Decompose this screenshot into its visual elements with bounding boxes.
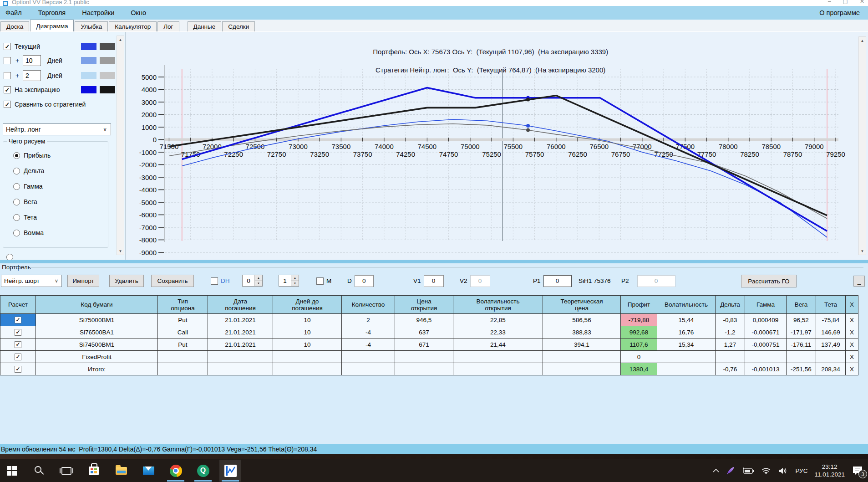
cell[interactable]: 10 bbox=[273, 338, 342, 351]
column-header[interactable]: Дата погашения bbox=[208, 296, 273, 314]
cell[interactable] bbox=[816, 351, 846, 363]
plus-2-days-checkbox[interactable] bbox=[4, 72, 11, 79]
spin-up-icon[interactable]: ▲ bbox=[291, 275, 299, 281]
expiration-checkbox[interactable] bbox=[4, 86, 11, 93]
v1-input[interactable] bbox=[424, 275, 444, 287]
column-header[interactable]: Тета bbox=[816, 296, 846, 314]
cell[interactable]: 96,52 bbox=[787, 314, 816, 326]
cell[interactable]: 388,83 bbox=[543, 326, 621, 338]
tab-trades[interactable]: Сделки bbox=[222, 21, 255, 31]
task-view-button[interactable] bbox=[56, 460, 77, 482]
radio-row-vega[interactable]: Вега bbox=[10, 198, 37, 205]
cell[interactable]: 208,34 bbox=[816, 363, 846, 375]
battery-tray-icon[interactable] bbox=[742, 467, 754, 474]
radio-row-theta[interactable]: Тета bbox=[10, 214, 37, 221]
radio-profit[interactable] bbox=[13, 152, 20, 159]
days2-strategy-color-swatch[interactable] bbox=[100, 72, 115, 79]
column-header[interactable]: X bbox=[846, 296, 858, 314]
cell[interactable] bbox=[745, 351, 787, 363]
cell[interactable]: -4 bbox=[342, 338, 395, 351]
cell[interactable] bbox=[395, 363, 453, 375]
portfolio-strategy-select[interactable]: Нейтр. шорт ∨ bbox=[1, 275, 62, 287]
plus-10-days-checkbox[interactable] bbox=[4, 57, 11, 64]
cell[interactable] bbox=[158, 351, 208, 363]
menu-about[interactable]: О программе bbox=[811, 6, 868, 20]
cell[interactable] bbox=[273, 351, 342, 363]
column-header[interactable]: Волатильность bbox=[657, 296, 716, 314]
cell[interactable]: 15,34 bbox=[657, 338, 716, 351]
action-center-button[interactable]: 3 bbox=[852, 466, 863, 476]
cell[interactable]: 21.01.2021 bbox=[208, 338, 273, 351]
chrome-button[interactable] bbox=[165, 460, 187, 482]
row-calc-checkbox[interactable] bbox=[15, 317, 21, 323]
volume-tray-icon[interactable] bbox=[778, 467, 788, 475]
column-header[interactable]: Гамма bbox=[745, 296, 787, 314]
cell[interactable]: Put bbox=[158, 314, 208, 326]
close-button[interactable]: ✕ bbox=[860, 0, 864, 5]
cell[interactable] bbox=[657, 351, 716, 363]
cell[interactable]: Si76500BA1 bbox=[36, 326, 158, 338]
days-input-2[interactable] bbox=[23, 70, 41, 81]
cell[interactable]: 22,85 bbox=[453, 314, 543, 326]
cell[interactable]: -0,000751 bbox=[745, 338, 787, 351]
spinner-arrows[interactable]: ▲▼ bbox=[291, 275, 299, 286]
profit-chart[interactable]: 500040003000200010000-1000-2000-3000-400… bbox=[126, 59, 854, 259]
expiration-strategy-color-swatch[interactable] bbox=[100, 86, 115, 93]
cell[interactable] bbox=[787, 351, 816, 363]
cell[interactable]: 10 bbox=[273, 326, 342, 338]
radio-row-profit[interactable]: Прибыль bbox=[10, 152, 51, 159]
cell[interactable] bbox=[543, 351, 621, 363]
row-calc-cell[interactable] bbox=[0, 314, 36, 326]
tab-data[interactable]: Данные bbox=[188, 21, 222, 31]
cell[interactable] bbox=[342, 363, 395, 375]
column-header[interactable]: Тип опциона bbox=[158, 296, 208, 314]
cell[interactable]: 637 bbox=[395, 326, 453, 338]
cell[interactable]: 146,69 bbox=[816, 326, 846, 338]
cell[interactable]: -251,56 bbox=[787, 363, 816, 375]
column-header[interactable]: Дельта bbox=[716, 296, 745, 314]
row-calc-checkbox[interactable] bbox=[15, 341, 21, 348]
cell[interactable]: -0,001013 bbox=[745, 363, 787, 375]
cell[interactable]: 137,49 bbox=[816, 338, 846, 351]
cell[interactable]: 21.01.2021 bbox=[208, 314, 273, 326]
column-header[interactable]: Волатильность открытия bbox=[453, 296, 543, 314]
maximize-button[interactable]: ▢ bbox=[843, 0, 848, 5]
days2-color-swatch[interactable] bbox=[81, 72, 96, 79]
quik-button[interactable]: Q bbox=[192, 460, 214, 482]
cell[interactable]: 15,44 bbox=[657, 314, 716, 326]
delete-button[interactable]: Удалить bbox=[109, 275, 144, 287]
radio-row-delta[interactable]: Дельта bbox=[10, 167, 44, 174]
cell[interactable] bbox=[716, 351, 745, 363]
radio-theta[interactable] bbox=[13, 214, 20, 221]
cell[interactable]: -719,88 bbox=[621, 314, 657, 326]
cell[interactable]: 1,27 bbox=[716, 338, 745, 351]
delete-row-button[interactable]: X bbox=[846, 338, 858, 351]
cell[interactable] bbox=[342, 351, 395, 363]
row-calc-cell[interactable] bbox=[0, 338, 36, 351]
collapse-button[interactable]: _ bbox=[853, 276, 865, 287]
dh-spinner-2[interactable]: 1 ▲▼ bbox=[279, 275, 299, 287]
file-explorer-button[interactable] bbox=[110, 460, 132, 482]
cell[interactable]: 671 bbox=[395, 338, 453, 351]
language-indicator[interactable]: РУС bbox=[795, 467, 807, 474]
dh-spinner-1[interactable]: 0 ▲▼ bbox=[242, 275, 263, 287]
column-header[interactable]: Количество bbox=[342, 296, 395, 314]
radio-row-vomma[interactable]: Вомма bbox=[10, 229, 44, 236]
cell[interactable]: 1107,6 bbox=[621, 338, 657, 351]
horizontal-splitter[interactable] bbox=[0, 260, 868, 263]
scroll-up-icon[interactable]: ▲ bbox=[859, 37, 866, 44]
cell[interactable]: 946,5 bbox=[395, 314, 453, 326]
cell[interactable]: 21,44 bbox=[453, 338, 543, 351]
cell[interactable] bbox=[395, 351, 453, 363]
dh-checkbox[interactable] bbox=[211, 277, 218, 285]
tab-calculator[interactable]: Калькулятор bbox=[109, 21, 157, 31]
cell[interactable] bbox=[453, 351, 543, 363]
cell[interactable]: Si75000BM1 bbox=[36, 314, 158, 326]
cell[interactable]: 1380,4 bbox=[621, 363, 657, 375]
delete-row-button[interactable]: X bbox=[846, 351, 858, 363]
save-button[interactable]: Сохранить bbox=[151, 275, 194, 287]
days10-color-swatch[interactable] bbox=[81, 57, 96, 64]
menu-trading[interactable]: Торговля bbox=[30, 6, 74, 20]
d-input[interactable] bbox=[355, 275, 374, 287]
cell[interactable]: -75,84 bbox=[816, 314, 846, 326]
